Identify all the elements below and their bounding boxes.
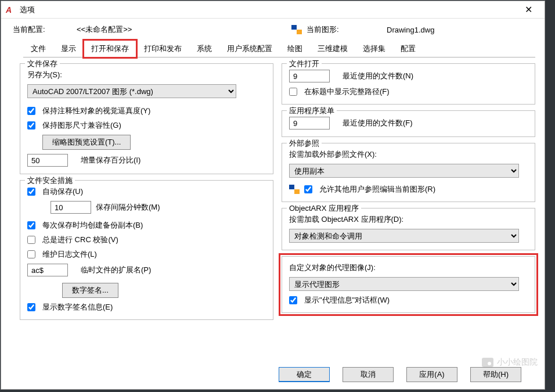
app-icon: A (6, 5, 15, 15)
cb-backup[interactable] (27, 221, 35, 229)
tab-bar: 文件 显示 打开和保存 打印和发布 系统 用户系统配置 绘图 三维建模 选择集 … (23, 39, 535, 57)
digital-sign-button[interactable]: 数字签名... (62, 283, 118, 298)
ok-button[interactable]: 确定 (279, 367, 330, 382)
cb-allow-edit[interactable] (304, 185, 312, 193)
recent-files-label: 最近使用的文件数(N) (343, 71, 413, 81)
minutes-label: 保存间隔分钟数(M) (96, 202, 160, 213)
cb-crc[interactable] (27, 236, 35, 244)
group-title-xref: 外部参照 (287, 138, 322, 149)
cb-backup-label: 每次保存时均创建备份副本(B) (42, 220, 143, 231)
drawing-icon (291, 25, 302, 34)
xref-load-label: 按需加载外部参照文件(X): (289, 149, 528, 160)
cb-crc-row[interactable]: 总是进行 CRC 校验(V) (27, 235, 266, 245)
cb-visual[interactable] (27, 107, 35, 115)
tab-3d-model[interactable]: 三维建模 (310, 40, 355, 57)
group-title-file-save: 文件保存 (25, 59, 60, 69)
cb-visual-row[interactable]: 保持注释性对象的视觉逼真度(Y) (27, 106, 266, 116)
tab-selection[interactable]: 选择集 (355, 40, 393, 57)
cb-compat[interactable] (27, 121, 35, 130)
cb-proxy-row[interactable]: 显示"代理信息"对话框(W) (289, 295, 528, 305)
tab-user-pref[interactable]: 用户系统配置 (219, 40, 280, 57)
drawing-icon-small (289, 185, 300, 194)
profile-row: 当前配置: <<未命名配置>> 当前图形: Drawing1.dwg (13, 24, 535, 35)
cb-fullpath[interactable] (289, 88, 297, 96)
apply-button[interactable]: 应用(A) (406, 367, 457, 382)
cb-compat-label: 保持图形尺寸兼容性(G) (42, 120, 121, 131)
group-xref: 外部参照 按需加载外部参照文件(X): 使用副本 允许其他用户参照编辑当前图形(… (282, 143, 535, 202)
menu-recent-label: 最近使用的文件数(F) (343, 118, 413, 128)
cb-allow-row[interactable]: 允许其他用户参照编辑当前图形(R) (304, 184, 435, 195)
cb-log-label: 维护日志文件(L) (42, 249, 97, 260)
group-title-file-open: 文件打开 (287, 59, 322, 69)
cb-proxy-label: 显示"代理信息"对话框(W) (304, 295, 390, 305)
tab-file[interactable]: 文件 (23, 40, 53, 57)
cb-autosave[interactable] (27, 188, 35, 196)
cb-log-row[interactable]: 维护日志文件(L) (27, 249, 266, 260)
cb-fullpath-row[interactable]: 在标题中显示完整路径(F) (289, 87, 528, 97)
cb-compat-row[interactable]: 保持图形尺寸兼容性(G) (27, 120, 266, 131)
group-title-file-safe: 文件安全措施 (25, 175, 75, 186)
window-title: 选项 (20, 5, 517, 15)
profile-value: <<未命名配置>> (77, 24, 132, 35)
group-file-open: 文件打开 最近使用的文件数(N) 在标题中显示完整路径(F) (282, 63, 535, 105)
group-file-safe: 文件安全措施 自动保存(U) 保存间隔分钟数(M) 每次保存时均创建备份副 (20, 180, 273, 320)
group-proxy: 自定义对象的代理图像(J): 显示代理图形 显示"代理信息"对话框(W) (282, 256, 535, 313)
save-format-select[interactable]: AutoCAD 2007/LT2007 图形 (*.dwg) (27, 84, 236, 98)
cancel-button[interactable]: 取消 (343, 367, 394, 382)
arx-load-select[interactable]: 对象检测和命令调用 (289, 229, 519, 243)
percent-input[interactable] (27, 154, 68, 167)
tab-drafting[interactable]: 绘图 (280, 40, 310, 57)
group-app-menu: 应用程序菜单 最近使用的文件数(F) (282, 110, 535, 137)
cb-backup-row[interactable]: 每次保存时均创建备份副本(B) (27, 220, 266, 231)
ext-input[interactable] (27, 264, 68, 276)
tab-plot[interactable]: 打印和发布 (136, 40, 189, 57)
arx-load-label: 按需加载 ObjectARX 应用程序(D): (289, 214, 528, 225)
thumbnail-settings-button[interactable]: 缩略图预览设置(T)... (42, 135, 131, 150)
drawing-value: Drawing1.dwg (387, 26, 434, 34)
minutes-input[interactable] (51, 201, 91, 214)
tab-display[interactable]: 显示 (53, 40, 84, 57)
xref-load-select[interactable]: 使用副本 (289, 164, 519, 178)
save-as-label: 另存为(S): (27, 70, 266, 80)
cb-crc-label: 总是进行 CRC 校验(V) (42, 235, 118, 245)
group-title-app-menu: 应用程序菜单 (287, 106, 337, 116)
proxy-title: 自定义对象的代理图像(J): (289, 262, 528, 273)
tab-system[interactable]: 系统 (189, 40, 219, 57)
titlebar: A 选项 ✕ (1, 1, 545, 19)
group-title-objectarx: ObjectARX 应用程序 (287, 203, 361, 214)
help-button[interactable]: 帮助(H) (470, 367, 521, 382)
profile-label: 当前配置: (13, 24, 77, 35)
cb-showsign-row[interactable]: 显示数字签名信息(E) (27, 302, 266, 312)
recent-files-input[interactable] (289, 70, 330, 82)
menu-recent-input[interactable] (289, 117, 330, 130)
cb-visual-label: 保持注释性对象的视觉逼真度(Y) (42, 106, 150, 116)
cb-log[interactable] (27, 250, 35, 258)
cb-proxy-info[interactable] (289, 296, 297, 304)
cb-showsign[interactable] (27, 303, 35, 311)
cb-fullpath-label: 在标题中显示完整路径(F) (304, 87, 390, 97)
cb-allow-label: 允许其他用户参照编辑当前图形(R) (319, 184, 435, 195)
tab-open-save[interactable]: 打开和保存 (84, 40, 136, 57)
footer: 确定 取消 应用(A) 帮助(H) (13, 360, 535, 389)
percent-label: 增量保存百分比(I) (81, 155, 140, 166)
drawing-label: 当前图形: (307, 24, 382, 35)
cb-autosave-row[interactable]: 自动保存(U) (27, 186, 266, 197)
proxy-select[interactable]: 显示代理图形 (289, 277, 519, 291)
close-button[interactable]: ✕ (517, 4, 540, 15)
group-file-save: 文件保存 另存为(S): AutoCAD 2007/LT2007 图形 (*.d… (20, 63, 273, 174)
group-objectarx: ObjectARX 应用程序 按需加载 ObjectARX 应用程序(D): 对… (282, 208, 535, 250)
cb-showsign-label: 显示数字签名信息(E) (42, 302, 113, 312)
cb-autosave-label: 自动保存(U) (42, 186, 83, 197)
tab-profiles[interactable]: 配置 (393, 40, 423, 57)
ext-label: 临时文件的扩展名(P) (81, 265, 151, 275)
